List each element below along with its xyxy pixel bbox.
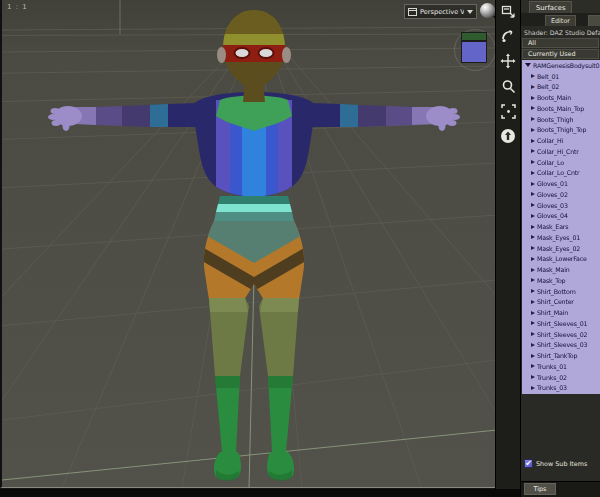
surface-item[interactable]: Mask_Main <box>522 264 600 275</box>
camera-view-label: Perspective View <box>420 8 464 16</box>
surface-item[interactable]: Shirt_TankTop <box>522 350 600 361</box>
surface-item[interactable]: Trunks_01 <box>522 361 600 372</box>
surface-item[interactable]: Shirt_Main <box>522 307 600 318</box>
viewport-grid-icon <box>408 8 417 16</box>
collapsed-triangle-icon <box>531 139 535 143</box>
reset-camera-icon[interactable] <box>499 127 517 145</box>
show-sub-items-row: Show Sub Items <box>524 459 587 468</box>
collapsed-triangle-icon <box>531 74 535 78</box>
collapsed-triangle-icon <box>531 235 535 239</box>
daz-studio-window: 1 : 1 <box>0 0 600 497</box>
surface-item[interactable]: Gloves_04 <box>522 211 600 222</box>
show-sub-items-label: Show Sub Items <box>536 460 587 468</box>
left-leg <box>209 298 249 481</box>
surface-item[interactable]: Mask_Eyes_02 <box>522 243 600 254</box>
tab-editor[interactable]: Editor <box>545 15 576 26</box>
right-eye <box>259 48 274 58</box>
scene-pane-icon[interactable] <box>499 2 517 20</box>
left-eye <box>235 48 250 58</box>
frame-icon[interactable] <box>499 102 517 120</box>
surface-item[interactable]: Collar_Lo_Cntr <box>522 168 600 179</box>
collapsed-triangle-icon <box>531 85 535 89</box>
right-arm <box>308 103 460 131</box>
viewport-scene <box>2 0 495 488</box>
panel-bottom-bar: Tips <box>521 481 600 497</box>
tab-tips[interactable]: Tips <box>524 483 556 495</box>
surface-item[interactable]: Belt_01 <box>522 71 600 82</box>
collapsed-triangle-icon <box>531 289 535 293</box>
filter-row[interactable]: Currently Used <box>522 49 599 59</box>
surfaces-panel: Surfaces Editor Shader: DAZ Studio Defau… <box>520 0 600 497</box>
zoom-icon[interactable] <box>499 77 517 95</box>
left-arm <box>48 103 200 131</box>
show-sub-items-checkbox[interactable] <box>524 459 533 468</box>
aspect-ratio-label: 1 : 1 <box>7 3 28 11</box>
collapsed-triangle-icon <box>531 106 535 110</box>
surface-item[interactable]: Boots_Thigh_Top <box>522 125 600 136</box>
surface-tree: RAMGenesisBodysuit05 Belt_01 Belt_02 <box>522 60 600 394</box>
collapsed-triangle-icon <box>531 300 535 304</box>
surface-item[interactable]: Shirt_Sleeves_02 <box>522 329 600 340</box>
surface-item[interactable]: Mask_Ears <box>522 221 600 232</box>
draw-style-sphere-icon[interactable] <box>480 3 495 18</box>
collapsed-triangle-icon <box>531 354 535 358</box>
collapsed-triangle-icon <box>531 386 535 390</box>
surface-item[interactable]: Shirt_Sleeves_01 <box>522 318 600 329</box>
surface-item[interactable]: Mask_Top <box>522 275 600 286</box>
collapsed-triangle-icon <box>531 182 535 186</box>
orbit-icon[interactable] <box>499 27 517 45</box>
tab-partial[interactable] <box>588 15 600 26</box>
collapsed-triangle-icon <box>531 246 535 250</box>
filter-row[interactable]: All <box>522 38 599 48</box>
collapsed-triangle-icon <box>531 117 535 121</box>
collapsed-triangle-icon <box>531 268 535 272</box>
belt <box>214 196 294 221</box>
collapsed-triangle-icon <box>531 332 535 336</box>
pan-icon[interactable] <box>499 52 517 70</box>
surface-item[interactable]: Collar_Lo <box>522 157 600 168</box>
collapsed-triangle-icon <box>531 160 535 164</box>
surface-item[interactable]: Mask_LowerFace <box>522 254 600 265</box>
collapsed-triangle-icon <box>531 171 535 175</box>
character-model[interactable] <box>48 10 460 481</box>
left-ear <box>217 47 226 63</box>
collapsed-triangle-icon <box>531 149 535 153</box>
surface-item[interactable]: Collar_Hi <box>522 135 600 146</box>
surface-item[interactable]: Shirt_Sleeves_03 <box>522 340 600 351</box>
collapsed-triangle-icon <box>531 364 535 368</box>
right-ear <box>282 47 291 63</box>
surface-item[interactable]: Shirt_Center <box>522 297 600 308</box>
view-cube[interactable] <box>453 26 495 76</box>
surfaces-panel-titlebar: Surfaces <box>521 0 600 13</box>
collapsed-triangle-icon <box>531 96 535 100</box>
surface-item[interactable]: Boots_Thigh <box>522 114 600 125</box>
surface-item[interactable]: Gloves_03 <box>522 200 600 211</box>
surface-item[interactable]: Boots_Main_Top <box>522 103 600 114</box>
surface-item[interactable]: Gloves_01 <box>522 178 600 189</box>
collapsed-triangle-icon <box>531 375 535 379</box>
surfaces-pane-tab[interactable]: Surfaces <box>529 1 572 13</box>
surface-item[interactable]: Gloves_02 <box>522 189 600 200</box>
expanded-triangle-icon <box>525 63 531 67</box>
collapsed-triangle-icon <box>531 128 535 132</box>
surface-item[interactable]: Mask_Eyes_01 <box>522 232 600 243</box>
dropdown-arrow-icon <box>467 10 473 14</box>
collapsed-triangle-icon <box>531 203 535 207</box>
surface-item[interactable]: Shirt_Bottom <box>522 286 600 297</box>
surface-item[interactable]: Collar_Hi_Cntr <box>522 146 600 157</box>
surface-item[interactable]: Belt_02 <box>522 82 600 93</box>
surface-item[interactable]: Boots_Main <box>522 92 600 103</box>
viewport-bottom-bar <box>0 489 520 497</box>
collapsed-triangle-icon <box>531 225 535 229</box>
collapsed-triangle-icon <box>531 311 535 315</box>
surface-tree-root[interactable]: RAMGenesisBodysuit05 <box>522 60 600 71</box>
surfaces-tab-row: Editor <box>521 13 600 26</box>
viewport-tool-strip <box>495 0 520 497</box>
3d-viewport[interactable]: 1 : 1 <box>0 0 495 488</box>
surface-filters: All Currently Used <box>521 38 600 59</box>
shader-label: Shader: DAZ Studio Default <box>521 26 600 38</box>
collapsed-triangle-icon <box>531 278 535 282</box>
surface-item[interactable]: Trunks_03 <box>522 383 600 394</box>
surface-item[interactable]: Trunks_02 <box>522 372 600 383</box>
camera-view-dropdown[interactable]: Perspective View <box>404 4 477 19</box>
